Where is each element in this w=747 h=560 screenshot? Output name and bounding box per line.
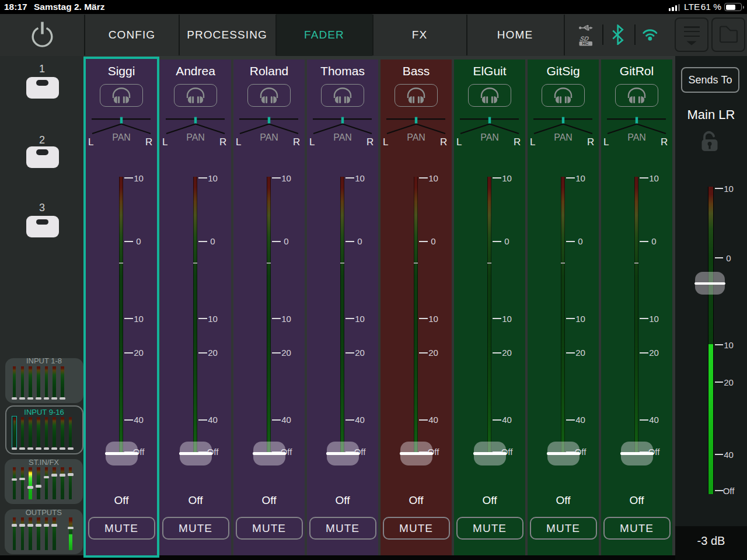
svg-text:HC: HC [582, 41, 589, 46]
